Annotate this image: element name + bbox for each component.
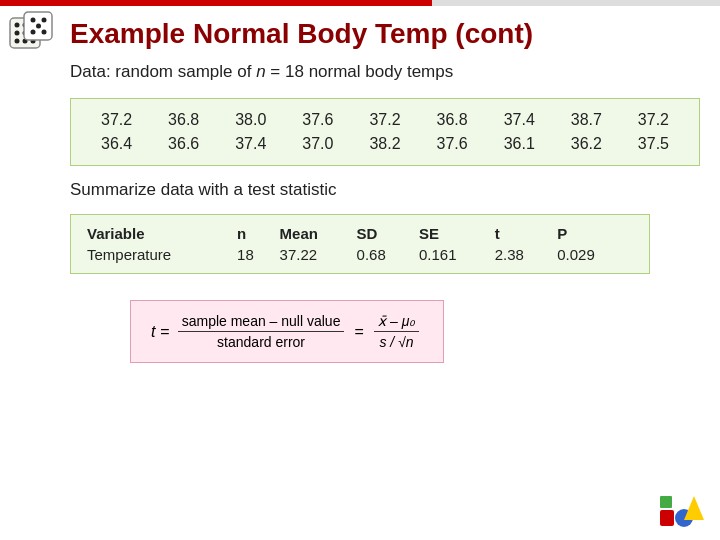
svg-point-15 <box>42 30 47 35</box>
formula-numerator: sample mean – null value <box>178 313 345 332</box>
stats-table-container: Variable n Mean SD SE t P Temperature 18… <box>70 214 650 274</box>
data-cell-r1c1: 37.2 <box>87 109 146 131</box>
stat-t: 2.38 <box>495 244 557 265</box>
data-cell-r2c2: 36.6 <box>154 133 213 155</box>
stat-sd: 0.68 <box>357 244 419 265</box>
data-grid: 37.2 36.8 38.0 37.6 37.2 36.8 37.4 38.7 … <box>87 109 683 155</box>
data-cell-r2c3: 37.4 <box>221 133 280 155</box>
stats-header-row: Variable n Mean SD SE t P <box>87 223 633 244</box>
summarize-text: Summarize data with a test statistic <box>70 180 700 200</box>
header-sd: SD <box>357 223 419 244</box>
main-content: Example Normal Body Temp (cont) Data: ra… <box>70 10 700 520</box>
formula-soverroot: s / √n <box>375 332 417 350</box>
svg-point-1 <box>15 23 20 28</box>
data-variable: n <box>256 62 265 81</box>
data-cell-r2c5: 38.2 <box>355 133 414 155</box>
header-t: t <box>495 223 557 244</box>
stat-variable: Temperature <box>87 244 237 265</box>
data-cell-r2c4: 37.0 <box>288 133 347 155</box>
formula-denominator: standard error <box>213 332 309 350</box>
data-cell-r1c7: 37.4 <box>490 109 549 131</box>
data-cell-r2c1: 36.4 <box>87 133 146 155</box>
svg-point-7 <box>15 39 20 44</box>
data-cell-r2c9: 37.5 <box>624 133 683 155</box>
data-cell-r1c3: 38.0 <box>221 109 280 131</box>
data-description: Data: random sample of n = 18 normal bod… <box>70 62 700 82</box>
header-n: n <box>237 223 280 244</box>
data-cell-r2c8: 36.2 <box>557 133 616 155</box>
data-cell-r1c8: 38.7 <box>557 109 616 131</box>
svg-marker-18 <box>684 496 704 520</box>
svg-point-4 <box>15 31 20 36</box>
stats-table: Variable n Mean SD SE t P Temperature 18… <box>87 223 633 265</box>
svg-rect-16 <box>660 510 674 526</box>
data-suffix: = 18 normal body temps <box>266 62 454 81</box>
svg-point-13 <box>36 24 41 29</box>
header-variable: Variable <box>87 223 237 244</box>
svg-rect-19 <box>660 496 672 508</box>
data-cell-r2c7: 36.1 <box>490 133 549 155</box>
data-cell-r1c6: 36.8 <box>423 109 482 131</box>
svg-point-11 <box>31 18 36 23</box>
shapes-icon <box>658 482 708 532</box>
page-title: Example Normal Body Temp (cont) <box>70 18 700 50</box>
stats-data-row: Temperature 18 37.22 0.68 0.161 2.38 0.0… <box>87 244 633 265</box>
svg-point-14 <box>31 30 36 35</box>
formula-row: t = sample mean – null value standard er… <box>151 313 423 350</box>
formula-main-fraction: sample mean – null value standard error <box>178 313 345 350</box>
formula-lhs: t = <box>151 323 169 341</box>
header-se: SE <box>419 223 495 244</box>
data-cell-r1c5: 37.2 <box>355 109 414 131</box>
data-cell-r1c9: 37.2 <box>624 109 683 131</box>
dice-icon <box>8 8 56 56</box>
formula-container: t = sample mean – null value standard er… <box>130 300 444 363</box>
stat-mean: 37.22 <box>280 244 357 265</box>
data-cell-r1c2: 36.8 <box>154 109 213 131</box>
formula-xbar: x̄ – μ₀ <box>374 313 420 332</box>
stat-n: 18 <box>237 244 280 265</box>
data-cell-r1c4: 37.6 <box>288 109 347 131</box>
header-p: P <box>557 223 633 244</box>
bottom-right-icon <box>658 482 708 532</box>
top-bar <box>0 0 720 6</box>
data-cell-r2c6: 37.6 <box>423 133 482 155</box>
stat-se: 0.161 <box>419 244 495 265</box>
stat-p: 0.029 <box>557 244 633 265</box>
svg-point-12 <box>42 18 47 23</box>
formula-symbolic-fraction: x̄ – μ₀ s / √n <box>374 313 420 350</box>
header-mean: Mean <box>280 223 357 244</box>
dice-icon-container <box>8 8 60 60</box>
data-prefix: Data: random sample of <box>70 62 256 81</box>
data-table-container: 37.2 36.8 38.0 37.6 37.2 36.8 37.4 38.7 … <box>70 98 700 166</box>
formula-equals: = <box>354 323 363 341</box>
